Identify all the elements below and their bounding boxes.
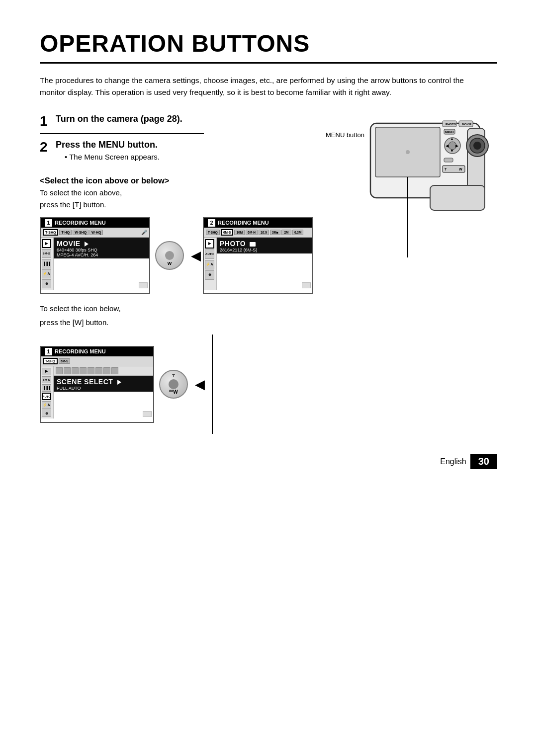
below-text-1: To select the icon below,	[40, 303, 313, 314]
above-text-2: press the [T] button.	[40, 199, 313, 210]
screen-2-top-icons: T-SHQ 6M-S 10M 6M-H 16:9 3M■ 2M 0.3M	[204, 228, 312, 238]
svg-point-6	[473, 142, 481, 150]
screen-3-header-text: RECORDING MENU	[55, 348, 106, 354]
page-number: 30	[470, 454, 497, 469]
w-button-wrap: T ⁸⁸W	[159, 370, 188, 399]
icon2-6ms: 6M-S	[221, 229, 234, 236]
camera-svg: PHOTO MOVIE MENU ▲ ▼ ◀ ▶ T W	[331, 113, 490, 257]
t-button[interactable]: T W	[155, 241, 184, 270]
screen-3-scene-icons	[54, 366, 153, 376]
screen-1-main: MOVIE 640×480 30fps SHQ MPEG-4 AVC/H. 26…	[54, 238, 149, 286]
scene-icon	[117, 380, 121, 385]
page-footer: English 30	[40, 454, 497, 469]
screens-row-top: 1 RECORDING MENU T-SHQ T-HQ W-SHQ W-HQ 🎤…	[40, 217, 313, 294]
side2-icon-flash: ⚡A	[205, 260, 214, 269]
screen-2-body: ▶ AUTO ⚡A ⊕ PHOTO 2816×2112 (6M-S)	[204, 238, 312, 290]
screen-2-badge: 2	[208, 219, 215, 227]
icon2-6mh: 6M-H	[246, 230, 258, 235]
svg-text:◀: ◀	[446, 144, 449, 148]
step-divider	[40, 133, 204, 134]
below-section: To select the icon below, press the [W] …	[40, 303, 313, 328]
screen-1-unsel-rows	[54, 258, 149, 286]
screen-3-detail-1: FULL AUTO	[57, 386, 150, 391]
icon-tsho: T-SHQ	[43, 229, 58, 236]
screen-2: 2 RECORDING MENU T-SHQ 6M-S 10M 6M-H 16:…	[203, 217, 313, 294]
svg-rect-19	[444, 158, 453, 162]
svg-text:▲: ▲	[450, 137, 454, 141]
screen-3-header: 1 RECORDING MENU	[41, 347, 153, 356]
page-title: OPERATION BUTTONS	[40, 30, 497, 64]
step-2-title: Press the MENU button.	[56, 139, 313, 151]
screen-2-selected-title: PHOTO	[220, 240, 309, 248]
screen-1-header-text: RECORDING MENU	[55, 220, 106, 226]
right-column: MENU button ——▶ PHOTO	[313, 113, 497, 434]
step-2: 2 Press the MENU button. • The Menu Scre…	[40, 139, 313, 161]
icon2-169: 16:9	[259, 230, 269, 235]
side3-icon-bars: ▐▐▐	[42, 384, 51, 392]
bottom-w-label: ⁸⁸W	[169, 389, 178, 395]
icon3-tsho: T-SHQ	[43, 358, 58, 364]
side3-icon-flash: ⚡A	[42, 401, 51, 409]
footer-language: English	[440, 457, 466, 466]
screen-3-body: ▶ 6M-S ▐▐▐ AUTO ⚡A ⊕	[41, 366, 153, 419]
icon2-2m: 2M	[281, 230, 291, 235]
step-1: 1 Turn on the camera (page 28).	[40, 113, 313, 128]
screen-3-top-icons: T-SHQ 6M-S	[41, 356, 153, 366]
step-1-content: Turn on the camera (page 28).	[56, 113, 313, 127]
side-icon-circle: ⊕	[42, 279, 51, 288]
side-icon-6ms: 6M-S	[42, 249, 51, 258]
side-icon-flash: ⚡A	[42, 269, 51, 278]
arrow-right-1: ◀	[191, 248, 201, 263]
w-button[interactable]: T ⁸⁸W	[159, 370, 188, 399]
corner-tab-1	[139, 282, 148, 288]
svg-text:MENU: MENU	[445, 131, 454, 134]
svg-text:PHOTO: PHOTO	[446, 123, 456, 126]
intro-text: The procedures to change the camera sett…	[40, 75, 487, 98]
corner-tab-2	[302, 282, 311, 288]
main-layout: 1 Turn on the camera (page 28). 2 Press …	[40, 113, 497, 434]
below-text-2: press the [W] button.	[40, 317, 313, 328]
side3-icon-circle: ⊕	[42, 410, 51, 417]
icon-thq: T-HQ	[59, 230, 72, 235]
screen-1-selected-title: MOVIE	[57, 240, 146, 248]
step-2-content: Press the MENU button. • The Menu Screen…	[56, 139, 313, 161]
side2-icon-circle: ⊕	[205, 270, 214, 280]
w-center-dot	[169, 379, 179, 389]
side-icon-play: ▶	[42, 239, 51, 248]
screen-2-side-icons: ▶ AUTO ⚡A ⊕	[204, 238, 217, 290]
screen-1-side-icons: ▶ 6M-S ▐▐▐ ⚡A ⊕	[41, 238, 54, 290]
icon2-tsho: T-SHQ	[206, 230, 220, 235]
screen-3-unsel-rows	[54, 392, 153, 407]
select-section-title: <Select the icon above or below>	[40, 176, 313, 185]
screen-2-selected-row: PHOTO 2816×2112 (6M-S)	[217, 238, 312, 253]
screen-1-body: ▶ 6M-S ▐▐▐ ⚡A ⊕ MOVIE 640×480 30fps SHQ	[41, 238, 149, 290]
left-column: 1 Turn on the camera (page 28). 2 Press …	[40, 113, 313, 434]
side2-icon-play: ▶	[205, 239, 214, 249]
screen-2-detail-1: 2816×2112 (6M-S)	[220, 248, 309, 252]
svg-text:W: W	[459, 168, 462, 171]
icon3-6ms: 6M-S	[59, 358, 71, 364]
icon2-03m: 0.3M	[292, 230, 303, 235]
screen-1-detail-1: 640×480 30fps SHQ	[57, 248, 146, 252]
step-1-title: Turn on the camera (page 28).	[56, 113, 313, 125]
step-2-bullet: • The Menu Screen appears.	[65, 153, 313, 161]
svg-rect-23	[430, 185, 485, 210]
t-button-wrap: T W	[155, 241, 184, 270]
screen-2-main: PHOTO 2816×2112 (6M-S)	[217, 238, 312, 283]
icon-wsho: W-SHQ	[73, 230, 89, 235]
side3-icon-6ms: 6M-S	[42, 376, 51, 384]
step-1-number: 1	[40, 114, 56, 128]
arrow-left-1: ◀	[195, 377, 205, 392]
camera-illustration-area: MENU button ——▶ PHOTO	[321, 113, 490, 262]
svg-text:T: T	[445, 168, 447, 171]
select-section: <Select the icon above or below> To sele…	[40, 176, 313, 210]
side3-icon-play: ▶	[42, 368, 51, 375]
vertical-connector	[212, 335, 213, 434]
screen-1-header: 1 RECORDING MENU	[41, 218, 149, 228]
step-2-number: 2	[40, 140, 56, 154]
svg-text:▶: ▶	[455, 144, 459, 148]
above-text-1: To select the icon above,	[40, 187, 313, 198]
screen-2-unsel-rows	[217, 253, 312, 283]
screen-1-badge: 1	[45, 219, 52, 227]
svg-text:▼: ▼	[450, 149, 454, 153]
